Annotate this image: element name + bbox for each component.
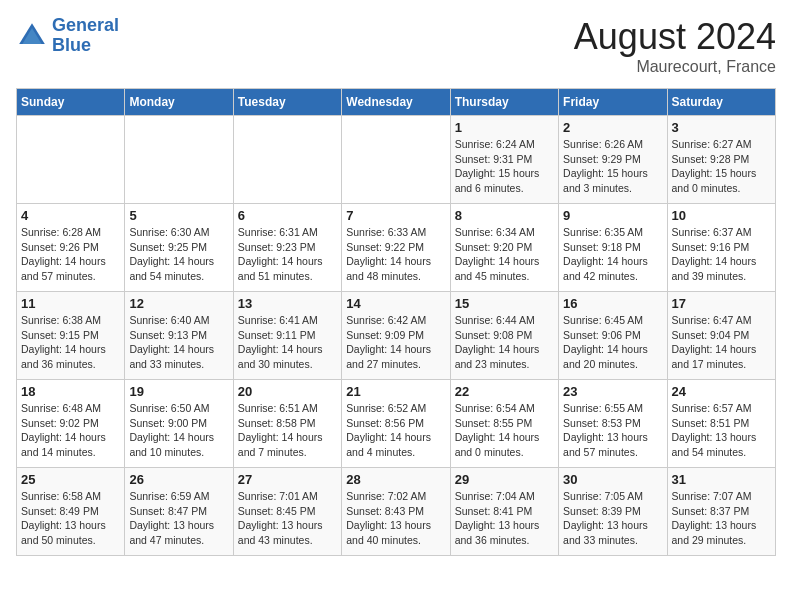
day-number: 15	[455, 296, 554, 311]
day-info: Sunrise: 6:57 AM Sunset: 8:51 PM Dayligh…	[672, 401, 771, 460]
calendar-cell: 15Sunrise: 6:44 AM Sunset: 9:08 PM Dayli…	[450, 292, 558, 380]
day-info: Sunrise: 7:07 AM Sunset: 8:37 PM Dayligh…	[672, 489, 771, 548]
day-info: Sunrise: 6:26 AM Sunset: 9:29 PM Dayligh…	[563, 137, 662, 196]
calendar-cell	[233, 116, 341, 204]
day-number: 26	[129, 472, 228, 487]
day-info: Sunrise: 6:54 AM Sunset: 8:55 PM Dayligh…	[455, 401, 554, 460]
day-number: 30	[563, 472, 662, 487]
logo: General Blue	[16, 16, 119, 56]
day-info: Sunrise: 6:30 AM Sunset: 9:25 PM Dayligh…	[129, 225, 228, 284]
day-number: 28	[346, 472, 445, 487]
calendar-cell: 31Sunrise: 7:07 AM Sunset: 8:37 PM Dayli…	[667, 468, 775, 556]
calendar-cell: 16Sunrise: 6:45 AM Sunset: 9:06 PM Dayli…	[559, 292, 667, 380]
calendar-cell: 12Sunrise: 6:40 AM Sunset: 9:13 PM Dayli…	[125, 292, 233, 380]
calendar-cell: 28Sunrise: 7:02 AM Sunset: 8:43 PM Dayli…	[342, 468, 450, 556]
calendar-cell: 3Sunrise: 6:27 AM Sunset: 9:28 PM Daylig…	[667, 116, 775, 204]
day-info: Sunrise: 6:33 AM Sunset: 9:22 PM Dayligh…	[346, 225, 445, 284]
day-info: Sunrise: 6:44 AM Sunset: 9:08 PM Dayligh…	[455, 313, 554, 372]
day-number: 20	[238, 384, 337, 399]
day-info: Sunrise: 6:51 AM Sunset: 8:58 PM Dayligh…	[238, 401, 337, 460]
calendar-week-3: 11Sunrise: 6:38 AM Sunset: 9:15 PM Dayli…	[17, 292, 776, 380]
weekday-header-saturday: Saturday	[667, 89, 775, 116]
day-number: 19	[129, 384, 228, 399]
calendar-week-5: 25Sunrise: 6:58 AM Sunset: 8:49 PM Dayli…	[17, 468, 776, 556]
day-info: Sunrise: 6:34 AM Sunset: 9:20 PM Dayligh…	[455, 225, 554, 284]
day-info: Sunrise: 6:58 AM Sunset: 8:49 PM Dayligh…	[21, 489, 120, 548]
calendar-cell: 7Sunrise: 6:33 AM Sunset: 9:22 PM Daylig…	[342, 204, 450, 292]
day-number: 3	[672, 120, 771, 135]
day-info: Sunrise: 6:50 AM Sunset: 9:00 PM Dayligh…	[129, 401, 228, 460]
calendar-cell: 25Sunrise: 6:58 AM Sunset: 8:49 PM Dayli…	[17, 468, 125, 556]
calendar-body: 1Sunrise: 6:24 AM Sunset: 9:31 PM Daylig…	[17, 116, 776, 556]
calendar-cell: 1Sunrise: 6:24 AM Sunset: 9:31 PM Daylig…	[450, 116, 558, 204]
calendar-cell: 10Sunrise: 6:37 AM Sunset: 9:16 PM Dayli…	[667, 204, 775, 292]
day-number: 7	[346, 208, 445, 223]
day-number: 21	[346, 384, 445, 399]
calendar-cell: 14Sunrise: 6:42 AM Sunset: 9:09 PM Dayli…	[342, 292, 450, 380]
title-block: August 2024 Maurecourt, France	[574, 16, 776, 76]
weekday-header-friday: Friday	[559, 89, 667, 116]
day-info: Sunrise: 6:55 AM Sunset: 8:53 PM Dayligh…	[563, 401, 662, 460]
calendar-cell	[17, 116, 125, 204]
day-number: 27	[238, 472, 337, 487]
calendar-header: SundayMondayTuesdayWednesdayThursdayFrid…	[17, 89, 776, 116]
weekday-header-tuesday: Tuesday	[233, 89, 341, 116]
calendar-cell: 20Sunrise: 6:51 AM Sunset: 8:58 PM Dayli…	[233, 380, 341, 468]
calendar-cell	[342, 116, 450, 204]
day-number: 6	[238, 208, 337, 223]
day-info: Sunrise: 6:45 AM Sunset: 9:06 PM Dayligh…	[563, 313, 662, 372]
month-title: August 2024	[574, 16, 776, 58]
day-number: 12	[129, 296, 228, 311]
calendar-cell: 26Sunrise: 6:59 AM Sunset: 8:47 PM Dayli…	[125, 468, 233, 556]
day-number: 4	[21, 208, 120, 223]
calendar-cell: 19Sunrise: 6:50 AM Sunset: 9:00 PM Dayli…	[125, 380, 233, 468]
logo-text: General Blue	[52, 16, 119, 56]
calendar-cell: 24Sunrise: 6:57 AM Sunset: 8:51 PM Dayli…	[667, 380, 775, 468]
day-number: 22	[455, 384, 554, 399]
calendar-cell: 17Sunrise: 6:47 AM Sunset: 9:04 PM Dayli…	[667, 292, 775, 380]
weekday-header-wednesday: Wednesday	[342, 89, 450, 116]
day-number: 5	[129, 208, 228, 223]
calendar-cell: 21Sunrise: 6:52 AM Sunset: 8:56 PM Dayli…	[342, 380, 450, 468]
calendar-cell: 29Sunrise: 7:04 AM Sunset: 8:41 PM Dayli…	[450, 468, 558, 556]
calendar-cell: 8Sunrise: 6:34 AM Sunset: 9:20 PM Daylig…	[450, 204, 558, 292]
day-info: Sunrise: 6:47 AM Sunset: 9:04 PM Dayligh…	[672, 313, 771, 372]
calendar-cell: 11Sunrise: 6:38 AM Sunset: 9:15 PM Dayli…	[17, 292, 125, 380]
day-info: Sunrise: 6:41 AM Sunset: 9:11 PM Dayligh…	[238, 313, 337, 372]
weekday-header-sunday: Sunday	[17, 89, 125, 116]
calendar-table: SundayMondayTuesdayWednesdayThursdayFrid…	[16, 88, 776, 556]
day-info: Sunrise: 6:28 AM Sunset: 9:26 PM Dayligh…	[21, 225, 120, 284]
day-number: 13	[238, 296, 337, 311]
calendar-cell: 18Sunrise: 6:48 AM Sunset: 9:02 PM Dayli…	[17, 380, 125, 468]
logo-icon	[16, 20, 48, 52]
calendar-cell: 23Sunrise: 6:55 AM Sunset: 8:53 PM Dayli…	[559, 380, 667, 468]
calendar-cell: 6Sunrise: 6:31 AM Sunset: 9:23 PM Daylig…	[233, 204, 341, 292]
day-number: 10	[672, 208, 771, 223]
day-info: Sunrise: 7:04 AM Sunset: 8:41 PM Dayligh…	[455, 489, 554, 548]
day-info: Sunrise: 6:31 AM Sunset: 9:23 PM Dayligh…	[238, 225, 337, 284]
calendar-cell: 2Sunrise: 6:26 AM Sunset: 9:29 PM Daylig…	[559, 116, 667, 204]
day-info: Sunrise: 7:01 AM Sunset: 8:45 PM Dayligh…	[238, 489, 337, 548]
day-info: Sunrise: 6:27 AM Sunset: 9:28 PM Dayligh…	[672, 137, 771, 196]
calendar-cell: 9Sunrise: 6:35 AM Sunset: 9:18 PM Daylig…	[559, 204, 667, 292]
day-info: Sunrise: 6:40 AM Sunset: 9:13 PM Dayligh…	[129, 313, 228, 372]
page-header: General Blue August 2024 Maurecourt, Fra…	[16, 16, 776, 76]
day-number: 1	[455, 120, 554, 135]
calendar-cell: 27Sunrise: 7:01 AM Sunset: 8:45 PM Dayli…	[233, 468, 341, 556]
day-info: Sunrise: 6:35 AM Sunset: 9:18 PM Dayligh…	[563, 225, 662, 284]
weekday-header-thursday: Thursday	[450, 89, 558, 116]
weekday-header-monday: Monday	[125, 89, 233, 116]
calendar-cell: 4Sunrise: 6:28 AM Sunset: 9:26 PM Daylig…	[17, 204, 125, 292]
day-number: 9	[563, 208, 662, 223]
calendar-week-2: 4Sunrise: 6:28 AM Sunset: 9:26 PM Daylig…	[17, 204, 776, 292]
day-number: 31	[672, 472, 771, 487]
day-info: Sunrise: 6:24 AM Sunset: 9:31 PM Dayligh…	[455, 137, 554, 196]
calendar-week-4: 18Sunrise: 6:48 AM Sunset: 9:02 PM Dayli…	[17, 380, 776, 468]
day-number: 2	[563, 120, 662, 135]
day-info: Sunrise: 6:59 AM Sunset: 8:47 PM Dayligh…	[129, 489, 228, 548]
day-number: 11	[21, 296, 120, 311]
day-number: 29	[455, 472, 554, 487]
day-number: 24	[672, 384, 771, 399]
day-info: Sunrise: 6:48 AM Sunset: 9:02 PM Dayligh…	[21, 401, 120, 460]
day-number: 16	[563, 296, 662, 311]
